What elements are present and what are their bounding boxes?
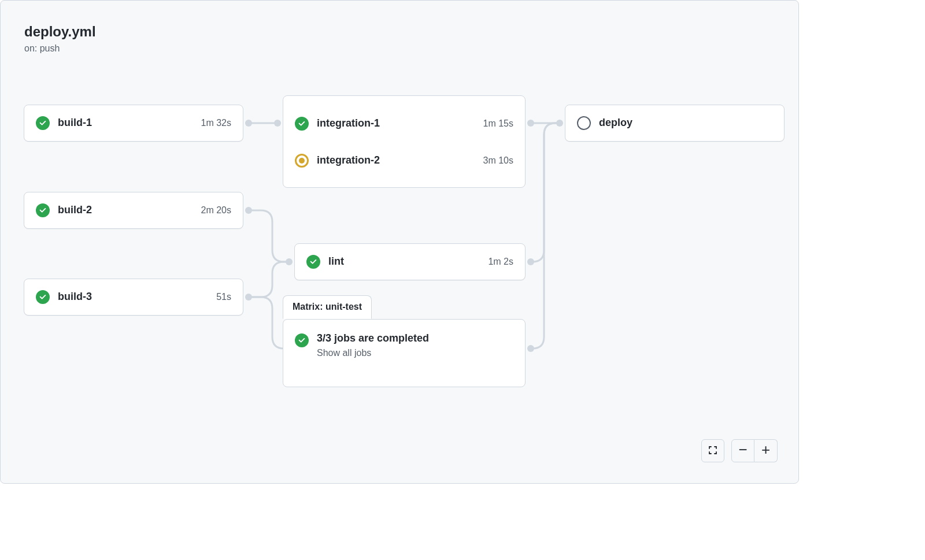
job-name: integration-1	[317, 117, 479, 130]
job-card-lint[interactable]: lint 1m 2s	[294, 243, 526, 280]
job-name: lint	[328, 255, 483, 268]
matrix-node-unit-test[interactable]: Matrix: unit-test 3/3 jobs are completed…	[283, 319, 526, 387]
zoom-out-button[interactable]: −	[731, 439, 754, 462]
job-name: build-3	[58, 291, 212, 303]
job-duration: 2m 20s	[201, 205, 231, 216]
check-circle-icon	[36, 116, 50, 130]
workflow-graph: deploy.yml on: push	[0, 0, 799, 484]
svg-point-5	[245, 294, 252, 301]
job-name: build-2	[58, 204, 197, 217]
job-duration: 1m 32s	[201, 118, 231, 128]
job-card-build-1[interactable]: build-1 1m 32s	[24, 105, 243, 142]
graph-controls: − +	[701, 439, 778, 462]
job-name: integration-2	[317, 154, 479, 167]
zoom-in-button[interactable]: +	[754, 439, 778, 462]
check-circle-icon	[295, 333, 309, 347]
job-name: build-1	[58, 117, 197, 129]
svg-point-6	[286, 258, 293, 265]
check-circle-icon	[306, 255, 320, 269]
job-card-build-2[interactable]: build-2 2m 20s	[24, 192, 243, 229]
workflow-trigger: on: push	[24, 43, 96, 54]
job-duration: 1m 15s	[483, 118, 513, 129]
job-card-build-3[interactable]: build-3 51s	[24, 279, 243, 316]
job-name: deploy	[599, 117, 772, 129]
workflow-file-name: deploy.yml	[24, 24, 96, 40]
job-duration: 3m 10s	[483, 155, 513, 166]
matrix-summary: 3/3 jobs are completed	[317, 332, 429, 344]
in-progress-icon	[295, 154, 309, 168]
svg-point-4	[245, 207, 252, 214]
matrix-body: 3/3 jobs are completed Show all jobs	[283, 320, 525, 371]
svg-point-3	[274, 120, 281, 127]
svg-point-9	[527, 258, 534, 265]
minus-icon: −	[738, 442, 747, 457]
matrix-show-all-link[interactable]: Show all jobs	[317, 348, 429, 358]
check-circle-icon	[36, 203, 50, 217]
job-card-integration-1[interactable]: integration-1 1m 15s	[283, 105, 525, 142]
header: deploy.yml on: push	[24, 24, 96, 54]
fullscreen-icon	[708, 445, 717, 457]
job-duration: 51s	[216, 292, 231, 302]
fullscreen-button[interactable]	[701, 439, 724, 462]
connector-lines	[1, 1, 798, 483]
svg-point-11	[556, 120, 563, 127]
job-card-deploy[interactable]: deploy	[565, 105, 785, 142]
check-circle-icon	[295, 117, 309, 131]
plus-icon: +	[761, 442, 770, 457]
job-duration: 1m 2s	[488, 257, 513, 267]
job-card-integration-2[interactable]: integration-2 3m 10s	[283, 142, 525, 179]
svg-point-8	[527, 120, 534, 127]
check-circle-icon	[36, 290, 50, 304]
svg-point-10	[527, 345, 534, 352]
job-group-integration: integration-1 1m 15s integration-2 3m 10…	[283, 95, 526, 188]
matrix-tab-label: Matrix: unit-test	[283, 295, 372, 319]
svg-point-2	[245, 120, 252, 127]
pending-circle-icon	[577, 116, 591, 130]
